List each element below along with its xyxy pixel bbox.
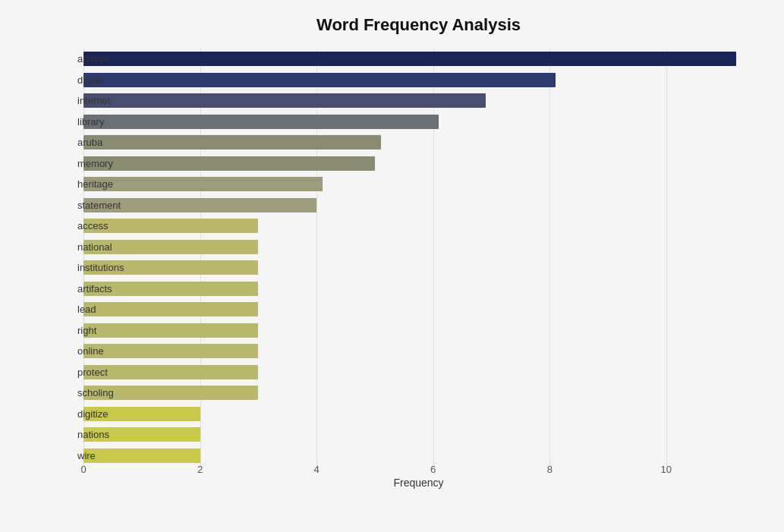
bar-row: memory [83, 153, 754, 175]
bars-wrapper: archivedigitalinternetlibraryarubamemory… [83, 49, 754, 466]
bar [83, 73, 556, 87]
bar-row: statement [83, 195, 754, 216]
x-axis-label: Frequency [393, 477, 443, 489]
bar [83, 135, 381, 150]
bar [83, 302, 258, 316]
bar [83, 344, 258, 358]
bar [83, 365, 258, 379]
bar-row: artifacts [83, 279, 754, 300]
bar-row: institutions [83, 257, 754, 279]
bar-row: nations [83, 424, 754, 445]
bar-row: wire [83, 445, 754, 467]
bar-row: digitize [83, 404, 754, 425]
bar-row: access [83, 216, 754, 237]
chart-area: 0246810Frequencyarchivedigitalinternetli… [83, 49, 754, 489]
bar-row: lead [83, 299, 754, 320]
chart-container: Word Frequency Analysis 0246810Frequency… [0, 0, 784, 532]
bar [83, 115, 439, 129]
bar [83, 219, 258, 233]
bar-row: online [83, 341, 754, 362]
bar-row: internet [83, 90, 754, 112]
bar [83, 177, 323, 191]
bar-row: aruba [83, 132, 754, 153]
bar-row: library [83, 112, 754, 133]
bar-row: scholing [83, 382, 754, 404]
bar [83, 156, 375, 171]
bar-row: heritage [83, 174, 754, 195]
x-axis: 0246810Frequency [83, 466, 754, 489]
bar-row: right [83, 320, 754, 342]
bar-row: archive [83, 49, 754, 70]
bar-row: digital [83, 70, 754, 91]
bar [83, 52, 736, 66]
bar-row: national [83, 237, 754, 258]
bar [83, 323, 258, 338]
bar-row: protect [83, 362, 754, 383]
chart-title: Word Frequency Analysis [83, 15, 754, 35]
bar [83, 93, 486, 108]
bar [83, 449, 200, 463]
